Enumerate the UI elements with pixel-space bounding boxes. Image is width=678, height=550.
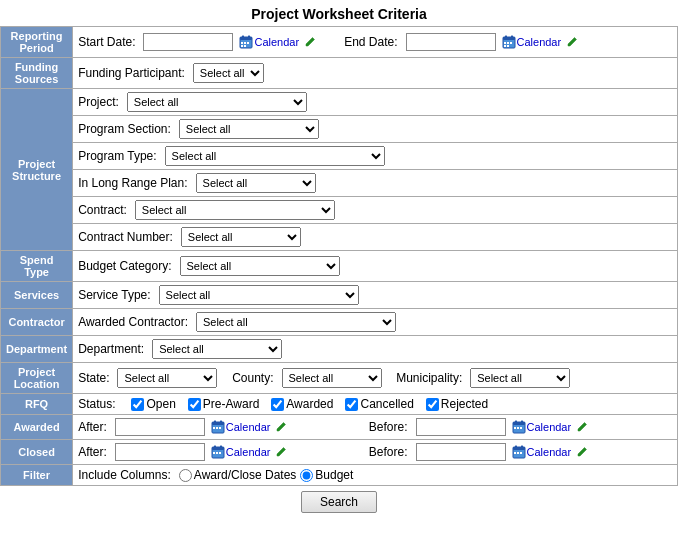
closed-label: Closed — [1, 440, 73, 465]
contract-number-label: Contract Number: — [78, 230, 177, 244]
status-rejected-checkbox[interactable] — [426, 398, 439, 411]
closed-before-edit-icon[interactable] — [576, 446, 588, 458]
start-date-calendar-text: Calendar — [254, 36, 299, 48]
services-row: Services Service Type: Select all — [1, 282, 678, 309]
svg-rect-24 — [219, 427, 221, 429]
start-date-edit-icon[interactable] — [304, 36, 316, 48]
project-structure-label: Project Structure — [1, 89, 73, 251]
program-type-select[interactable]: Select all — [165, 146, 385, 166]
radio-award-close[interactable] — [179, 469, 192, 482]
closed-after-calendar-link[interactable]: Calendar — [209, 445, 271, 459]
svg-rect-6 — [247, 42, 249, 44]
status-cancelled-item[interactable]: Cancelled — [345, 397, 413, 411]
svg-rect-31 — [520, 427, 522, 429]
status-open-label: Open — [146, 397, 175, 411]
radio-budget-item[interactable]: Budget — [300, 468, 353, 482]
contract-number-select[interactable]: Select all — [181, 227, 301, 247]
svg-rect-29 — [514, 427, 516, 429]
program-type-label: Program Type: — [78, 149, 160, 163]
closed-before-calendar-icon — [512, 445, 526, 459]
awarded-after-calendar-icon — [211, 420, 225, 434]
awarded-after-edit-icon[interactable] — [275, 421, 287, 433]
status-preaward-item[interactable]: Pre-Award — [188, 397, 259, 411]
rfq-label: RFQ — [1, 394, 73, 415]
svg-rect-16 — [504, 45, 506, 47]
budget-category-select[interactable]: Select all — [180, 256, 340, 276]
awarded-contractor-select[interactable]: Select all — [196, 312, 396, 332]
department-label: Department: — [78, 342, 148, 356]
status-awarded-checkbox[interactable] — [271, 398, 284, 411]
status-rejected-label: Rejected — [441, 397, 488, 411]
svg-rect-33 — [212, 447, 224, 450]
service-type-select[interactable]: Select all — [159, 285, 359, 305]
awarded-before-calendar-link[interactable]: Calendar — [510, 420, 572, 434]
program-section-select[interactable]: Select all — [179, 119, 319, 139]
closed-after-edit-icon[interactable] — [275, 446, 287, 458]
svg-rect-20 — [214, 421, 216, 424]
criteria-table: Reporting Period Start Date: — [0, 26, 678, 486]
radio-budget[interactable] — [300, 469, 313, 482]
closed-before-label: Before: — [369, 445, 412, 459]
end-date-edit-icon[interactable] — [566, 36, 578, 48]
svg-rect-14 — [507, 42, 509, 44]
closed-before-input[interactable] — [416, 443, 506, 461]
awarded-before-input[interactable] — [416, 418, 506, 436]
funding-participant-select[interactable]: Select all — [193, 63, 264, 83]
status-open-checkbox[interactable] — [131, 398, 144, 411]
awarded-contractor-label: Awarded Contractor: — [78, 315, 192, 329]
long-range-plan-select[interactable]: Select all — [196, 173, 316, 193]
project-select[interactable]: Select all — [127, 92, 307, 112]
long-range-plan-label: In Long Range Plan: — [78, 176, 191, 190]
search-button[interactable]: Search — [301, 491, 377, 513]
municipality-label: Municipality: — [396, 371, 466, 385]
state-select[interactable]: Select all — [117, 368, 217, 388]
svg-rect-8 — [244, 45, 246, 47]
status-rejected-item[interactable]: Rejected — [426, 397, 488, 411]
svg-rect-36 — [213, 452, 215, 454]
status-cancelled-checkbox[interactable] — [345, 398, 358, 411]
start-date-calendar-link[interactable]: Calendar — [237, 35, 299, 49]
end-date-calendar-link[interactable]: Calendar — [500, 35, 562, 49]
awarded-before-edit-icon[interactable] — [576, 421, 588, 433]
awarded-row: Awarded After: — [1, 415, 678, 440]
svg-rect-30 — [517, 427, 519, 429]
status-label: Status: — [78, 397, 119, 411]
budget-category-label: Budget Category: — [78, 259, 175, 273]
svg-rect-11 — [505, 36, 507, 39]
status-cancelled-label: Cancelled — [360, 397, 413, 411]
department-row: Department Department: Select all — [1, 336, 678, 363]
awarded-after-calendar-link[interactable]: Calendar — [209, 420, 271, 434]
svg-rect-45 — [520, 452, 522, 454]
svg-rect-2 — [242, 36, 244, 39]
status-awarded-item[interactable]: Awarded — [271, 397, 333, 411]
contract-select[interactable]: Select all — [135, 200, 335, 220]
closed-before-calendar-link[interactable]: Calendar — [510, 445, 572, 459]
end-date-input[interactable] — [406, 33, 496, 51]
page-title: Project Worksheet Criteria — [0, 0, 678, 26]
radio-award-close-item[interactable]: Award/Close Dates — [179, 468, 297, 482]
status-preaward-checkbox[interactable] — [188, 398, 201, 411]
svg-rect-41 — [515, 446, 517, 449]
project-label: Project: — [78, 95, 123, 109]
svg-rect-34 — [214, 446, 216, 449]
project-row: Project Structure Project: Select all — [1, 89, 678, 116]
county-select[interactable]: Select all — [282, 368, 382, 388]
rfq-row: RFQ Status: Open Pre-Award Awarded — [1, 394, 678, 415]
svg-rect-5 — [244, 42, 246, 44]
contractor-label: Contractor — [1, 309, 73, 336]
svg-rect-7 — [241, 45, 243, 47]
service-type-label: Service Type: — [78, 288, 154, 302]
municipality-select[interactable]: Select all — [470, 368, 570, 388]
start-date-input[interactable] — [143, 33, 233, 51]
department-select[interactable]: Select all — [152, 339, 282, 359]
status-preaward-label: Pre-Award — [203, 397, 259, 411]
project-location-label: Project Location — [1, 363, 73, 394]
awarded-after-input[interactable] — [115, 418, 205, 436]
svg-rect-15 — [510, 42, 512, 44]
contractor-row: Contractor Awarded Contractor: Select al… — [1, 309, 678, 336]
svg-rect-42 — [521, 446, 523, 449]
closed-after-input[interactable] — [115, 443, 205, 461]
status-open-item[interactable]: Open — [131, 397, 175, 411]
funding-sources-row: Funding Sources Funding Participant: Sel… — [1, 58, 678, 89]
svg-rect-37 — [216, 452, 218, 454]
